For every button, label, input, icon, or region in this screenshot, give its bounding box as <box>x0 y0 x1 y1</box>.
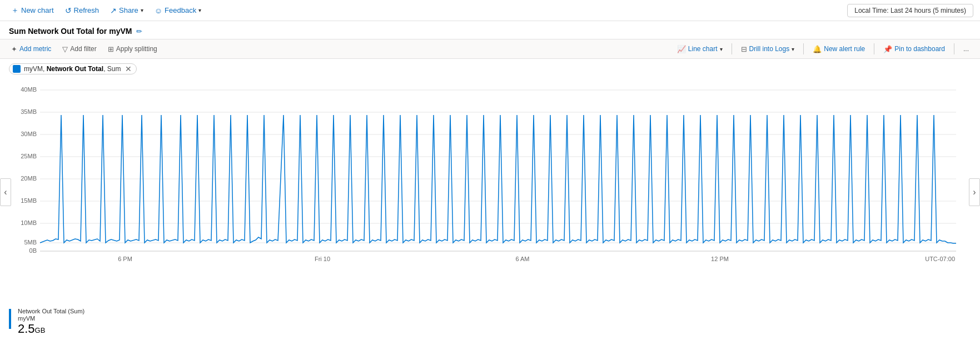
new-chart-icon: ＋ <box>11 6 19 16</box>
legend-text: Network Out Total (Sum) myVM 2.5GB <box>18 308 84 336</box>
feedback-chevron-icon: ▾ <box>198 7 201 13</box>
divider4 <box>954 43 954 54</box>
chart-nav-left-button[interactable]: ‹ <box>0 178 11 206</box>
add-metric-button[interactable]: ✦ Add metric <box>7 43 56 56</box>
line-chart-button[interactable]: 📈 Line chart ▾ <box>673 43 727 56</box>
pin-to-dashboard-button[interactable]: 📌 Pin to dashboard <box>879 43 949 56</box>
drill-logs-icon: ⊟ <box>741 45 747 53</box>
new-chart-button[interactable]: ＋ New chart <box>7 3 58 18</box>
legend-unit: GB <box>35 326 46 334</box>
chart-container: 40MB 35MB 30MB 25MB 20MB 15MB 10MB 5MB 0… <box>11 79 969 268</box>
metrics-toolbar: ✦ Add metric ▽ Add filter ⊞ Apply splitt… <box>0 39 980 59</box>
feedback-label: Feedback <box>165 6 196 14</box>
share-chevron-icon: ▾ <box>141 7 143 13</box>
legend-number: 2.5 <box>18 322 35 336</box>
refresh-label: Refresh <box>74 6 100 14</box>
chart-nav-right-button[interactable]: › <box>969 178 980 206</box>
filter-icon: ▽ <box>62 45 68 53</box>
alert-icon: 🔔 <box>813 45 822 53</box>
toolbar-right: Local Time: Last 24 hours (5 minutes) <box>847 4 973 17</box>
refresh-icon: ↺ <box>65 6 72 15</box>
line-chart-label: Line chart <box>688 45 718 53</box>
share-label: Share <box>119 6 138 14</box>
apply-splitting-label: Apply splitting <box>116 45 157 53</box>
legend-vm: myVM <box>18 315 84 322</box>
pin-icon: 📌 <box>883 45 892 53</box>
legend-color-bar <box>9 309 11 329</box>
chart-section: ‹ › 40MB 35MB 30MB 25MB <box>0 79 980 306</box>
metric-tag-vm-icon <box>13 65 21 73</box>
drill-logs-chevron-icon: ▾ <box>792 46 794 52</box>
metric-tag-bar: myVM, Network Out Total, Sum ✕ <box>0 59 980 79</box>
legend-area: Network Out Total (Sum) myVM 2.5GB <box>0 306 980 340</box>
divider3 <box>874 43 874 54</box>
svg-text:30MB: 30MB <box>21 131 37 137</box>
add-filter-button[interactable]: ▽ Add filter <box>58 43 101 56</box>
svg-text:15MB: 15MB <box>21 197 37 204</box>
new-alert-rule-button[interactable]: 🔔 New alert rule <box>808 43 869 56</box>
feedback-icon: ☺ <box>155 6 162 15</box>
more-options-button[interactable]: ... <box>959 43 973 55</box>
drill-into-logs-button[interactable]: ⊟ Drill into Logs ▾ <box>737 43 799 56</box>
new-alert-rule-label: New alert rule <box>824 45 865 53</box>
svg-text:6 AM: 6 AM <box>515 256 529 262</box>
metric-tag-close-button[interactable]: ✕ <box>124 65 132 73</box>
feedback-button[interactable]: ☺ Feedback ▾ <box>150 4 206 17</box>
svg-text:10MB: 10MB <box>21 219 37 226</box>
line-chart-icon: 📈 <box>677 45 686 53</box>
svg-text:6 PM: 6 PM <box>118 256 132 262</box>
add-filter-label: Add filter <box>70 45 96 53</box>
time-range-label: Local Time: Last 24 hours (5 minutes) <box>854 7 966 14</box>
new-chart-label: New chart <box>21 6 54 14</box>
chart-title-bar: Sum Network Out Total for myVM ✏ <box>0 21 980 39</box>
pin-to-dashboard-label: Pin to dashboard <box>894 45 945 53</box>
svg-text:Fri 10: Fri 10 <box>315 256 330 262</box>
metric-tag-text: myVM, Network Out Total, Sum <box>24 65 121 73</box>
refresh-button[interactable]: ↺ Refresh <box>61 4 104 17</box>
apply-splitting-button[interactable]: ⊞ Apply splitting <box>103 43 162 56</box>
chart-title: Sum Network Out Total for myVM <box>9 27 132 36</box>
line-chart-svg: 40MB 35MB 30MB 25MB 20MB 15MB 10MB 5MB 0… <box>11 79 967 268</box>
svg-text:25MB: 25MB <box>21 153 37 159</box>
splitting-icon: ⊞ <box>108 45 114 53</box>
legend-title: Network Out Total (Sum) <box>18 308 84 314</box>
line-chart-chevron-icon: ▾ <box>720 46 723 52</box>
metric-vm-name: myVM <box>24 65 43 73</box>
add-metric-label: Add metric <box>19 45 51 53</box>
share-button[interactable]: ↗ Share ▾ <box>106 4 148 17</box>
svg-text:35MB: 35MB <box>21 108 37 115</box>
metrics-toolbar-right: 📈 Line chart ▾ ⊟ Drill into Logs ▾ 🔔 New… <box>673 43 973 56</box>
toolbar-left: ＋ New chart ↺ Refresh ↗ Share ▾ ☺ Feedba… <box>7 3 845 18</box>
svg-text:12 PM: 12 PM <box>711 256 729 262</box>
metric-tag: myVM, Network Out Total, Sum ✕ <box>9 63 137 74</box>
add-metric-icon: ✦ <box>11 45 17 53</box>
svg-text:20MB: 20MB <box>21 175 37 182</box>
metric-name: Network Out Total <box>47 65 103 73</box>
svg-text:40MB: 40MB <box>21 86 37 93</box>
metrics-toolbar-left: ✦ Add metric ▽ Add filter ⊞ Apply splitt… <box>7 43 670 56</box>
drill-into-logs-label: Drill into Logs <box>749 45 790 53</box>
top-toolbar: ＋ New chart ↺ Refresh ↗ Share ▾ ☺ Feedba… <box>0 0 980 21</box>
divider2 <box>803 43 804 54</box>
legend-value: 2.5GB <box>18 322 84 336</box>
metric-aggregation: Sum <box>107 65 121 73</box>
time-range-button[interactable]: Local Time: Last 24 hours (5 minutes) <box>847 4 973 17</box>
svg-text:UTC-07:00: UTC-07:00 <box>925 256 955 262</box>
more-options-label: ... <box>963 45 969 53</box>
divider <box>732 43 732 54</box>
svg-text:0B: 0B <box>29 247 37 254</box>
edit-title-icon[interactable]: ✏ <box>136 27 142 36</box>
svg-text:5MB: 5MB <box>24 239 37 246</box>
share-icon: ↗ <box>110 6 117 15</box>
